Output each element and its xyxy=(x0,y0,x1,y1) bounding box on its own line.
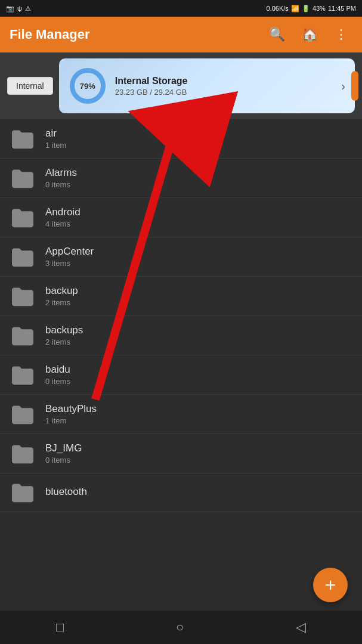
time-text: 11:45 PM xyxy=(328,5,356,12)
folder-name: BJ_IMG xyxy=(45,442,352,454)
folder-item[interactable]: BeautyPlus 1 item xyxy=(0,395,362,434)
file-list: air 1 item Alarms 0 items Android 4 item… xyxy=(0,119,362,512)
folder-info: baidu 0 items xyxy=(45,364,352,386)
folder-name: bluetooth xyxy=(45,486,352,498)
internal-button[interactable]: Internal xyxy=(7,77,53,95)
folder-name: AppCenter xyxy=(45,246,352,258)
storage-percent: 79% xyxy=(80,82,95,91)
folder-count: 0 items xyxy=(45,377,352,386)
folder-icon xyxy=(10,286,36,307)
status-left: 📷 ψ ⚠ xyxy=(6,5,31,13)
storage-section: Internal 79% Internal Storage 23.23 GB /… xyxy=(0,52,362,119)
folder-icon xyxy=(10,482,36,503)
battery-icon: 🔋 xyxy=(302,5,310,13)
folder-info: Android 4 items xyxy=(45,206,352,228)
bottom-nav: □ ○ ◁ xyxy=(0,611,362,644)
folder-item[interactable]: Alarms 0 items xyxy=(0,159,362,198)
storage-size: 23.23 GB / 29.24 GB xyxy=(115,88,333,97)
folder-icon xyxy=(10,325,36,346)
folder-item[interactable]: Android 4 items xyxy=(0,198,362,237)
folder-info: BJ_IMG 0 items xyxy=(45,442,352,465)
home-icon[interactable]: 🏠 xyxy=(297,22,323,47)
storage-right-bar xyxy=(351,71,358,101)
fab-add-button[interactable]: + xyxy=(313,568,348,602)
folder-name: backup xyxy=(45,285,352,297)
search-icon[interactable]: 🔍 xyxy=(264,22,290,47)
back-icon[interactable]: ◁ xyxy=(296,620,306,635)
folder-count: 1 item xyxy=(45,141,352,150)
speed-text: 0.06K/s xyxy=(267,5,289,12)
folder-item[interactable]: baidu 0 items xyxy=(0,355,362,395)
warning-icon: ⚠ xyxy=(25,5,31,13)
storage-donut: 79% xyxy=(69,67,107,105)
folder-item[interactable]: BJ_IMG 0 items xyxy=(0,434,362,473)
folder-name: BeautyPlus xyxy=(45,403,352,415)
psi-icon: ψ xyxy=(17,5,22,12)
folder-info: backup 2 items xyxy=(45,285,352,307)
folder-name: air xyxy=(45,128,352,140)
folder-count: 3 items xyxy=(45,259,352,268)
folder-item[interactable]: backups 2 items xyxy=(0,316,362,355)
storage-card[interactable]: 79% Internal Storage 23.23 GB / 29.24 GB… xyxy=(59,58,355,113)
storage-info: Internal Storage 23.23 GB / 29.24 GB xyxy=(115,76,333,97)
folder-icon xyxy=(10,128,36,150)
folder-info: Alarms 0 items xyxy=(45,167,352,189)
folder-icon xyxy=(10,404,36,425)
folder-item[interactable]: AppCenter 3 items xyxy=(0,237,362,277)
folder-count: 2 items xyxy=(45,298,352,307)
folder-icon xyxy=(10,246,36,268)
folder-item[interactable]: bluetooth xyxy=(0,473,362,512)
folder-count: 0 items xyxy=(45,180,352,189)
storage-name: Internal Storage xyxy=(115,76,333,86)
signal-icon: 📶 xyxy=(291,5,299,13)
folder-icon xyxy=(10,168,36,189)
folder-name: Android xyxy=(45,206,352,218)
recents-icon[interactable]: □ xyxy=(56,620,64,635)
status-bar: 📷 ψ ⚠ 0.06K/s 📶 🔋 43% 11:45 PM xyxy=(0,0,362,17)
folder-icon xyxy=(10,207,36,228)
fab-plus-icon: + xyxy=(325,574,336,596)
folder-info: backups 2 items xyxy=(45,324,352,346)
battery-text: 43% xyxy=(313,5,326,12)
status-right: 0.06K/s 📶 🔋 43% 11:45 PM xyxy=(267,5,356,13)
more-menu-icon[interactable]: ⋮ xyxy=(330,22,352,47)
storage-chevron-icon: › xyxy=(341,79,345,93)
folder-count: 0 items xyxy=(45,456,352,465)
folder-name: Alarms xyxy=(45,167,352,179)
home-nav-icon[interactable]: ○ xyxy=(176,620,184,635)
folder-info: BeautyPlus 1 item xyxy=(45,403,352,425)
folder-count: 2 items xyxy=(45,338,352,346)
folder-item[interactable]: backup 2 items xyxy=(0,277,362,316)
folder-icon xyxy=(10,364,36,386)
folder-item[interactable]: air 1 item xyxy=(0,119,362,159)
camera-icon: 📷 xyxy=(6,5,14,13)
folder-count: 4 items xyxy=(45,219,352,228)
folder-info: bluetooth xyxy=(45,486,352,499)
folder-count: 1 item xyxy=(45,416,352,425)
folder-name: backups xyxy=(45,324,352,336)
folder-icon xyxy=(10,443,36,465)
folder-info: AppCenter 3 items xyxy=(45,246,352,268)
app-title: File Manager xyxy=(10,27,257,42)
folder-info: air 1 item xyxy=(45,128,352,150)
app-bar: File Manager 🔍 🏠 ⋮ xyxy=(0,17,362,52)
folder-name: baidu xyxy=(45,364,352,376)
